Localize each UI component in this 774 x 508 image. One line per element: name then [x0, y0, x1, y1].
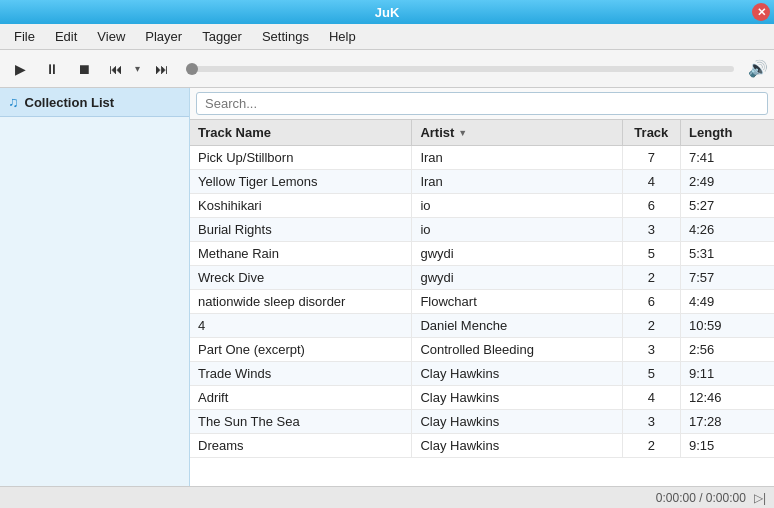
- cell-track: 3: [622, 218, 680, 242]
- table-row[interactable]: Part One (excerpt)Controlled Bleeding32:…: [190, 338, 774, 362]
- menu-tagger[interactable]: Tagger: [192, 27, 252, 46]
- header-artist[interactable]: Artist ▼: [412, 120, 622, 146]
- search-input[interactable]: [196, 92, 768, 115]
- app-title: JuK: [375, 5, 400, 20]
- seek-slider[interactable]: [186, 66, 734, 72]
- volume-icon[interactable]: 🔊: [748, 59, 768, 78]
- cell-track-name: nationwide sleep disorder: [190, 290, 412, 314]
- cell-artist: Controlled Bleeding: [412, 338, 622, 362]
- table-row[interactable]: 4Daniel Menche210:59: [190, 314, 774, 338]
- header-length[interactable]: Length: [681, 120, 774, 146]
- status-bar: 0:00:00 / 0:00:00 ▷|: [0, 486, 774, 508]
- cell-track-name: Dreams: [190, 434, 412, 458]
- cell-length: 10:59: [681, 314, 774, 338]
- table-row[interactable]: Pick Up/StillbornIran77:41: [190, 146, 774, 170]
- cell-track: 6: [622, 194, 680, 218]
- cell-artist: Flowchart: [412, 290, 622, 314]
- header-track-name[interactable]: Track Name: [190, 120, 412, 146]
- search-bar: [190, 88, 774, 120]
- prev-chevron[interactable]: ▾: [130, 55, 144, 83]
- cell-track: 2: [622, 266, 680, 290]
- cell-track-name: Pick Up/Stillborn: [190, 146, 412, 170]
- cell-artist: Clay Hawkins: [412, 434, 622, 458]
- cell-track: 6: [622, 290, 680, 314]
- cell-track-name: The Sun The Sea: [190, 410, 412, 434]
- cell-length: 4:49: [681, 290, 774, 314]
- track-tbody: Pick Up/StillbornIran77:41Yellow Tiger L…: [190, 146, 774, 458]
- menu-player[interactable]: Player: [135, 27, 192, 46]
- table-row[interactable]: Yellow Tiger LemonsIran42:49: [190, 170, 774, 194]
- table-row[interactable]: Methane Raingwydi55:31: [190, 242, 774, 266]
- table-row[interactable]: DreamsClay Hawkins29:15: [190, 434, 774, 458]
- cell-track: 7: [622, 146, 680, 170]
- track-table: Track Name Artist ▼ Track Length: [190, 120, 774, 486]
- menu-edit[interactable]: Edit: [45, 27, 87, 46]
- stop-button[interactable]: ⏹: [70, 55, 98, 83]
- cell-length: 7:57: [681, 266, 774, 290]
- cell-track: 5: [622, 242, 680, 266]
- cell-length: 9:15: [681, 434, 774, 458]
- header-track[interactable]: Track: [622, 120, 680, 146]
- cell-track-name: Burial Rights: [190, 218, 412, 242]
- cell-artist: gwydi: [412, 266, 622, 290]
- main-content: ♫ Collection List Track Name Artis: [0, 88, 774, 486]
- table-row[interactable]: Wreck Divegwydi27:57: [190, 266, 774, 290]
- collection-list-label: Collection List: [25, 95, 115, 110]
- menu-help[interactable]: Help: [319, 27, 366, 46]
- cell-length: 4:26: [681, 218, 774, 242]
- next-button[interactable]: ⏭: [148, 55, 176, 83]
- cell-length: 12:46: [681, 386, 774, 410]
- sort-icon: ▼: [458, 128, 467, 138]
- cell-track: 3: [622, 338, 680, 362]
- collection-list-header: ♫ Collection List: [0, 88, 189, 117]
- table-header-row: Track Name Artist ▼ Track Length: [190, 120, 774, 146]
- table-row[interactable]: Trade WindsClay Hawkins59:11: [190, 362, 774, 386]
- track-panel: Track Name Artist ▼ Track Length: [190, 88, 774, 486]
- cell-artist: io: [412, 194, 622, 218]
- menu-file[interactable]: File: [4, 27, 45, 46]
- prev-button[interactable]: ⏮: [102, 55, 130, 83]
- cell-track-name: Methane Rain: [190, 242, 412, 266]
- cell-track-name: Trade Winds: [190, 362, 412, 386]
- cell-artist: Iran: [412, 146, 622, 170]
- cell-track-name: Adrift: [190, 386, 412, 410]
- menu-settings[interactable]: Settings: [252, 27, 319, 46]
- cell-track: 3: [622, 410, 680, 434]
- cell-track-name: Wreck Dive: [190, 266, 412, 290]
- table-row[interactable]: AdriftClay Hawkins412:46: [190, 386, 774, 410]
- menu-view[interactable]: View: [87, 27, 135, 46]
- cell-track-name: Part One (excerpt): [190, 338, 412, 362]
- cell-track-name: Koshihikari: [190, 194, 412, 218]
- cell-artist: Clay Hawkins: [412, 410, 622, 434]
- cell-length: 5:31: [681, 242, 774, 266]
- title-bar: JuK ✕: [0, 0, 774, 24]
- cell-artist: Daniel Menche: [412, 314, 622, 338]
- cell-track: 4: [622, 170, 680, 194]
- transport-bar: ▶ ⏸ ⏹ ⏮ ▾ ⏭ 🔊: [0, 50, 774, 88]
- cell-track-name: Yellow Tiger Lemons: [190, 170, 412, 194]
- cell-track: 5: [622, 362, 680, 386]
- pause-button[interactable]: ⏸: [38, 55, 66, 83]
- table-row[interactable]: The Sun The SeaClay Hawkins317:28: [190, 410, 774, 434]
- cell-track: 4: [622, 386, 680, 410]
- table-row[interactable]: Koshihikariio65:27: [190, 194, 774, 218]
- table-row[interactable]: nationwide sleep disorderFlowchart64:49: [190, 290, 774, 314]
- music-icon: ♫: [8, 94, 19, 110]
- cell-track: 2: [622, 434, 680, 458]
- cell-track-name: 4: [190, 314, 412, 338]
- menu-bar: File Edit View Player Tagger Settings He…: [0, 24, 774, 50]
- cell-length: 17:28: [681, 410, 774, 434]
- table-row[interactable]: Burial Rightsio34:26: [190, 218, 774, 242]
- sidebar: ♫ Collection List: [0, 88, 190, 486]
- status-time: 0:00:00 / 0:00:00: [8, 491, 746, 505]
- cell-artist: Iran: [412, 170, 622, 194]
- cell-track: 2: [622, 314, 680, 338]
- status-arrow[interactable]: ▷|: [754, 491, 766, 505]
- cell-artist: Clay Hawkins: [412, 386, 622, 410]
- cell-length: 9:11: [681, 362, 774, 386]
- cell-length: 2:56: [681, 338, 774, 362]
- play-button[interactable]: ▶: [6, 55, 34, 83]
- cell-length: 2:49: [681, 170, 774, 194]
- close-button[interactable]: ✕: [752, 3, 770, 21]
- cell-artist: gwydi: [412, 242, 622, 266]
